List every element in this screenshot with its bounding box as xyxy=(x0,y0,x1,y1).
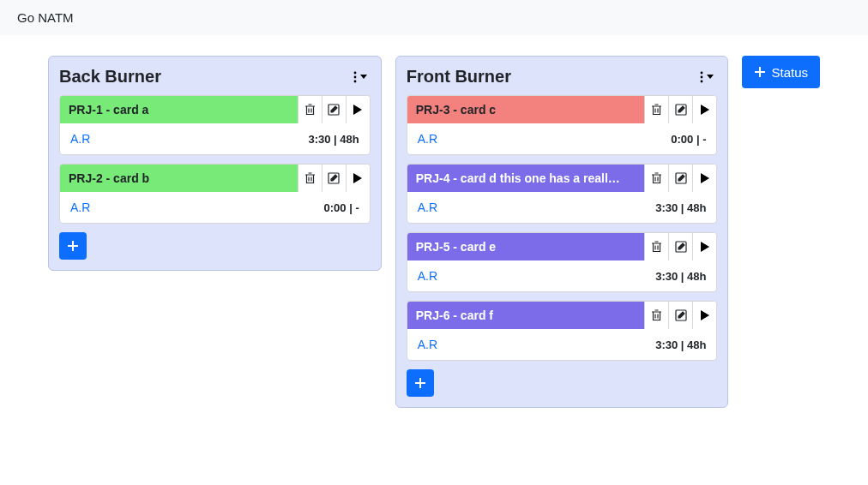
kebab-icon xyxy=(353,71,357,83)
card-body: A.R 3:30 | 48h xyxy=(407,192,717,223)
card: PRJ-6 - card f A.R 3:30 | 48h xyxy=(407,301,718,361)
svg-point-1 xyxy=(353,75,356,78)
assignee-link[interactable]: A.R xyxy=(418,338,437,351)
delete-button[interactable] xyxy=(298,165,322,192)
navbar: Go NATM xyxy=(0,0,868,35)
card-header: PRJ-6 - card f xyxy=(407,302,717,329)
play-icon xyxy=(701,242,709,252)
column-menu-button[interactable] xyxy=(696,68,717,87)
card-title[interactable]: PRJ-2 - card b xyxy=(60,165,298,192)
play-button[interactable] xyxy=(692,96,716,123)
trash-icon xyxy=(651,309,662,321)
edit-icon xyxy=(328,172,340,184)
card-header: PRJ-2 - card b xyxy=(60,165,370,192)
plus-icon xyxy=(414,377,426,389)
edit-button[interactable] xyxy=(668,302,692,329)
delete-button[interactable] xyxy=(298,96,322,123)
card-header: PRJ-3 - card c xyxy=(407,96,717,123)
app-title: Go NATM xyxy=(17,10,74,25)
card-title[interactable]: PRJ-4 - card d this one has a reall… xyxy=(407,165,645,192)
edit-icon xyxy=(675,172,687,184)
svg-point-5 xyxy=(701,71,703,74)
play-button[interactable] xyxy=(692,302,716,329)
svg-point-6 xyxy=(701,75,703,78)
play-button[interactable] xyxy=(346,165,370,192)
plus-icon xyxy=(67,240,79,252)
edit-icon xyxy=(328,104,340,116)
edit-icon xyxy=(675,104,687,116)
assignee-link[interactable]: A.R xyxy=(70,132,90,146)
card-body: A.R 3:30 | 48h xyxy=(407,329,717,360)
card-title[interactable]: PRJ-3 - card c xyxy=(407,96,645,123)
board: Back Burner PRJ-1 - card a A.R 3:30 | 48… xyxy=(0,35,868,428)
edit-icon xyxy=(675,241,687,253)
column-menu-button[interactable] xyxy=(350,68,371,87)
caret-down-icon xyxy=(360,75,367,79)
play-button[interactable] xyxy=(346,96,370,123)
card-body: A.R 3:30 | 48h xyxy=(60,123,370,154)
edit-button[interactable] xyxy=(668,165,692,192)
play-icon xyxy=(701,173,709,183)
card-title[interactable]: PRJ-1 - card a xyxy=(60,96,298,123)
play-icon xyxy=(353,105,362,115)
delete-button[interactable] xyxy=(644,96,668,123)
column-header: Front Burner xyxy=(407,67,718,87)
add-card-button[interactable] xyxy=(407,369,434,397)
time-label: 3:30 | 48h xyxy=(655,270,706,283)
card-body: A.R 3:30 | 48h xyxy=(407,260,717,291)
svg-point-0 xyxy=(353,71,356,74)
edit-button[interactable] xyxy=(322,96,346,123)
card-body: A.R 0:00 | - xyxy=(60,192,370,223)
card-header: PRJ-5 - card e xyxy=(407,233,717,260)
column-title: Front Burner xyxy=(407,67,511,87)
assignee-link[interactable]: A.R xyxy=(418,269,437,283)
play-icon xyxy=(701,105,709,115)
column-title: Back Burner xyxy=(59,67,161,87)
plus-icon xyxy=(754,66,766,78)
time-label: 0:00 | - xyxy=(324,201,359,214)
card: PRJ-4 - card d this one has a reall… A.R… xyxy=(407,164,718,224)
play-icon xyxy=(353,173,362,183)
card-header: PRJ-4 - card d this one has a reall… xyxy=(407,165,717,192)
kebab-icon xyxy=(700,71,703,83)
play-icon xyxy=(701,310,709,320)
time-label: 0:00 | - xyxy=(671,133,706,146)
edit-button[interactable] xyxy=(322,165,346,192)
card-header: PRJ-1 - card a xyxy=(60,96,370,123)
card: PRJ-2 - card b A.R 0:00 | - xyxy=(59,164,371,224)
assignee-link[interactable]: A.R xyxy=(70,201,90,214)
play-button[interactable] xyxy=(692,233,716,260)
edit-icon xyxy=(675,309,687,321)
card-body: A.R 0:00 | - xyxy=(407,123,717,154)
trash-icon xyxy=(651,104,662,116)
time-label: 3:30 | 48h xyxy=(655,338,706,351)
card-title[interactable]: PRJ-6 - card f xyxy=(407,302,645,329)
card-title[interactable]: PRJ-5 - card e xyxy=(407,233,645,260)
time-label: 3:30 | 48h xyxy=(308,133,359,146)
trash-icon xyxy=(651,241,662,253)
play-button[interactable] xyxy=(692,165,716,192)
svg-point-7 xyxy=(701,80,703,82)
trash-icon xyxy=(304,104,316,116)
card: PRJ-5 - card e A.R 3:30 | 48h xyxy=(407,232,718,292)
svg-point-2 xyxy=(353,80,356,82)
time-label: 3:30 | 48h xyxy=(655,201,706,214)
trash-icon xyxy=(651,172,662,184)
card: PRJ-3 - card c A.R 0:00 | - xyxy=(407,95,718,155)
trash-icon xyxy=(304,172,316,184)
status-button[interactable]: Status xyxy=(742,56,820,88)
card: PRJ-1 - card a A.R 3:30 | 48h xyxy=(59,95,371,155)
column-front-burner: Front Burner PRJ-3 - card c A.R 0:00 | -… xyxy=(395,56,729,408)
edit-button[interactable] xyxy=(668,96,692,123)
caret-down-icon xyxy=(707,75,714,79)
add-card-button[interactable] xyxy=(59,232,87,260)
edit-button[interactable] xyxy=(668,233,692,260)
status-button-label: Status xyxy=(771,65,808,80)
column-header: Back Burner xyxy=(59,67,371,87)
delete-button[interactable] xyxy=(644,165,668,192)
delete-button[interactable] xyxy=(644,233,668,260)
assignee-link[interactable]: A.R xyxy=(418,201,437,214)
column-back-burner: Back Burner PRJ-1 - card a A.R 3:30 | 48… xyxy=(48,56,382,271)
assignee-link[interactable]: A.R xyxy=(418,132,437,146)
delete-button[interactable] xyxy=(644,302,668,329)
